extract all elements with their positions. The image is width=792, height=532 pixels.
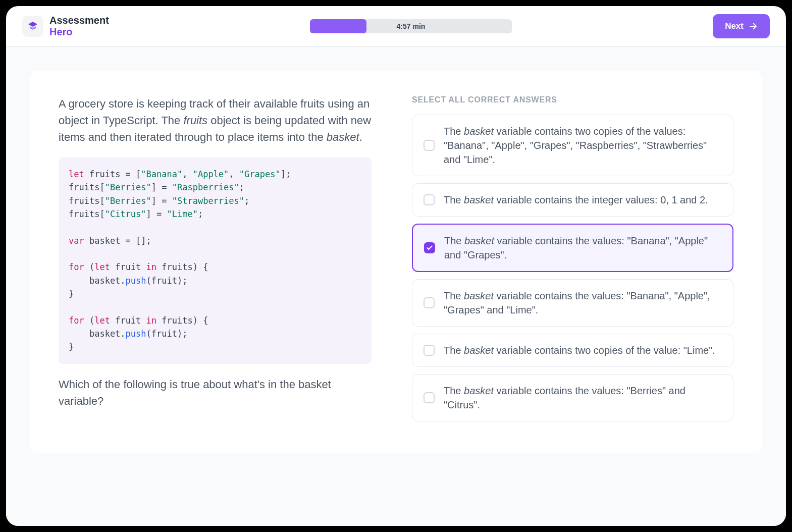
next-button-label: Next: [725, 21, 744, 31]
answer-text: The basket variable contains the values:…: [444, 234, 721, 262]
question-intro: A grocery store is keeping track of thei…: [59, 95, 372, 145]
logo-line1: Assessment: [49, 15, 109, 26]
answer-option-1[interactable]: The basket variable contains the integer…: [412, 183, 733, 217]
timer-label: 4:57 min: [310, 19, 512, 33]
answer-text: The basket variable contains the integer…: [444, 193, 708, 207]
header-bar: Assessment Hero 4:57 min Next: [6, 6, 786, 47]
checkbox[interactable]: [424, 345, 435, 356]
answer-option-3[interactable]: The basket variable contains the values:…: [412, 279, 733, 327]
answers-header: SELECT ALL CORRECT ANSWERS: [412, 95, 733, 104]
answer-option-5[interactable]: The basket variable contains the values:…: [412, 374, 733, 421]
app-frame: Assessment Hero 4:57 min Next A grocery …: [6, 6, 786, 526]
progress-bar: 4:57 min: [310, 19, 512, 33]
answers-column: SELECT ALL CORRECT ANSWERS The basket va…: [412, 95, 733, 429]
content-wrap: A grocery store is keeping track of thei…: [6, 47, 786, 526]
next-button[interactable]: Next: [713, 14, 770, 38]
logo: Assessment Hero: [22, 15, 109, 38]
answer-text: The basket variable contains two copies …: [444, 343, 715, 357]
answer-text: The basket variable contains the values:…: [444, 289, 722, 317]
logo-text: Assessment Hero: [49, 15, 109, 38]
answer-option-4[interactable]: The basket variable contains two copies …: [412, 334, 733, 367]
code-block: let fruits = ["Banana", "Apple", "Grapes…: [59, 157, 372, 364]
question-followup: Which of the following is true about wha…: [59, 376, 372, 409]
checkbox[interactable]: [424, 140, 435, 151]
progress-area: 4:57 min: [119, 19, 703, 33]
answers-list: The basket variable contains two copies …: [412, 115, 733, 421]
check-icon: [426, 244, 433, 251]
content-card: A grocery store is keeping track of thei…: [30, 71, 762, 453]
answer-text: The basket variable contains the values:…: [444, 384, 722, 412]
answer-option-2[interactable]: The basket variable contains the values:…: [412, 224, 733, 272]
logo-line2: Hero: [49, 26, 109, 38]
checkbox[interactable]: [424, 392, 435, 403]
answer-option-0[interactable]: The basket variable contains two copies …: [412, 115, 733, 176]
answer-text: The basket variable contains two copies …: [444, 124, 722, 167]
checkbox[interactable]: [424, 297, 435, 308]
checkbox[interactable]: [424, 242, 435, 253]
arrow-right-icon: [749, 22, 758, 31]
question-column: A grocery store is keeping track of thei…: [59, 95, 372, 429]
checkbox[interactable]: [424, 194, 435, 205]
logo-icon: [22, 16, 43, 37]
